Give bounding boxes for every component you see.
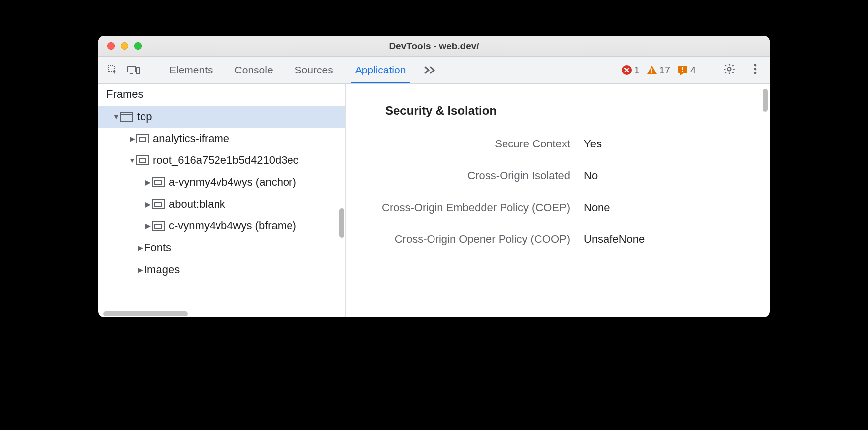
tab-console[interactable]: Console <box>224 57 284 83</box>
gear-icon <box>723 63 736 77</box>
detail-value: No <box>584 169 598 182</box>
traffic-lights <box>98 42 142 50</box>
tab-elements[interactable]: Elements <box>158 57 224 83</box>
chevron-down-icon[interactable]: ▼ <box>128 156 136 164</box>
settings-button[interactable] <box>720 61 739 79</box>
tree-label: root_616a752e1b5d4210d3ec <box>153 154 299 167</box>
svg-rect-17 <box>139 137 146 141</box>
svg-rect-9 <box>682 71 683 72</box>
chevron-right-icon[interactable]: ▶ <box>136 244 144 252</box>
svg-point-10 <box>728 68 731 71</box>
toolbar-divider <box>150 64 150 76</box>
frame-details-panel: Security & Isolation Secure Context Yes … <box>346 84 770 317</box>
tree-label: about:blank <box>169 198 225 211</box>
svg-rect-25 <box>155 224 162 228</box>
chevron-right-icon[interactable]: ▶ <box>136 266 144 274</box>
iframe-icon <box>152 221 165 231</box>
kebab-icon <box>753 63 757 77</box>
toolbar-right: 1 17 4 <box>621 61 765 79</box>
chevron-down-icon[interactable]: ▼ <box>112 113 120 121</box>
tree-label: c-vynmy4vb4wys (bframe) <box>169 219 296 232</box>
zoom-window-button[interactable] <box>134 42 142 50</box>
iframe-icon <box>152 177 165 187</box>
tree-label: Fonts <box>144 241 171 254</box>
chevron-right-icon[interactable]: ▶ <box>128 135 136 143</box>
toolbar-left <box>103 61 155 79</box>
device-toolbar-icon[interactable] <box>124 61 143 79</box>
minimize-window-button[interactable] <box>121 42 128 50</box>
details-divider <box>355 88 761 88</box>
issues-indicator[interactable]: 4 <box>677 65 696 76</box>
errors-indicator[interactable]: 1 <box>621 65 640 76</box>
tree-item-fonts[interactable]: ▶ Fonts <box>98 237 345 259</box>
detail-value: None <box>584 201 610 214</box>
svg-rect-24 <box>152 221 164 230</box>
tree-item-about-blank[interactable]: ▶ about:blank <box>98 193 345 215</box>
tab-sources[interactable]: Sources <box>284 57 344 83</box>
tree-label: a-vynmy4vb4wys (anchor) <box>169 176 296 189</box>
details-vertical-scrollbar[interactable] <box>763 89 768 112</box>
iframe-icon <box>152 199 165 209</box>
chevron-right-icon[interactable]: ▶ <box>144 222 152 230</box>
tree-item-analytics-iframe[interactable]: ▶ analytics-iframe <box>98 128 345 149</box>
warning-icon <box>647 65 657 75</box>
svg-rect-3 <box>136 68 140 74</box>
svg-rect-16 <box>137 134 148 143</box>
svg-rect-8 <box>682 67 683 70</box>
sidebar-horizontal-scrollbar[interactable] <box>103 311 188 316</box>
tree-item-bframe[interactable]: ▶ c-vynmy4vb4wys (bframe) <box>98 215 345 237</box>
details-heading: Security & Isolation <box>385 104 755 118</box>
svg-rect-21 <box>155 181 162 185</box>
tree-item-images[interactable]: ▶ Images <box>98 259 345 281</box>
detail-row: Cross-Origin Opener Policy (COOP) Unsafe… <box>346 233 755 246</box>
frame-icon <box>120 112 133 122</box>
tab-application[interactable]: Application <box>344 57 417 83</box>
close-window-button[interactable] <box>107 42 115 50</box>
sidebar-vertical-scrollbar[interactable] <box>339 208 344 238</box>
svg-rect-23 <box>155 203 162 207</box>
detail-value: UnsafeNone <box>584 233 645 246</box>
frames-tree: ▼ top ▶ analytics-iframe ▼ <box>98 106 345 317</box>
window-title: DevTools - web.dev/ <box>98 41 770 52</box>
tree-label: top <box>137 110 152 123</box>
chevron-right-icon[interactable]: ▶ <box>144 178 152 186</box>
chevron-right-icon[interactable]: ▶ <box>144 200 152 208</box>
inspect-element-icon[interactable] <box>103 61 122 79</box>
svg-rect-1 <box>128 66 136 72</box>
detail-label: Secure Context <box>346 138 584 150</box>
main-toolbar: Elements Console Sources Application 1 <box>98 57 770 84</box>
tree-item-anchor-iframe[interactable]: ▶ a-vynmy4vb4wys (anchor) <box>98 171 345 193</box>
issues-icon <box>677 65 688 75</box>
iframe-icon <box>136 155 149 165</box>
tree-item-top[interactable]: ▼ top <box>98 106 345 128</box>
svg-rect-20 <box>152 178 164 187</box>
svg-rect-6 <box>651 72 652 73</box>
detail-label: Cross-Origin Isolated <box>346 169 584 182</box>
content-area: Frames ▼ top ▶ analytics-iframe <box>98 84 770 317</box>
svg-point-12 <box>754 68 757 71</box>
detail-row: Secure Context Yes <box>346 138 755 150</box>
issues-count: 4 <box>690 65 696 76</box>
titlebar[interactable]: DevTools - web.dev/ <box>98 36 770 57</box>
tree-label: analytics-iframe <box>153 132 229 145</box>
toolbar-divider <box>708 64 708 76</box>
warnings-indicator[interactable]: 17 <box>647 65 670 76</box>
iframe-icon <box>136 134 149 143</box>
svg-point-13 <box>754 72 757 74</box>
devtools-window: DevTools - web.dev/ Elements Console <box>98 36 770 317</box>
detail-label: Cross-Origin Opener Policy (COOP) <box>346 233 584 246</box>
more-options-button[interactable] <box>746 61 765 79</box>
svg-point-11 <box>754 64 757 67</box>
frames-sidebar: Frames ▼ top ▶ analytics-iframe <box>98 84 346 317</box>
tree-item-root-iframe[interactable]: ▼ root_616a752e1b5d4210d3ec <box>98 149 345 171</box>
errors-count: 1 <box>634 65 640 76</box>
svg-rect-19 <box>139 159 146 163</box>
warnings-count: 17 <box>659 65 670 76</box>
detail-label: Cross-Origin Embedder Policy (COEP) <box>346 201 584 214</box>
more-tabs-button[interactable] <box>417 57 443 83</box>
svg-rect-5 <box>651 68 652 71</box>
sidebar-heading: Frames <box>98 84 345 106</box>
svg-rect-22 <box>152 200 164 209</box>
svg-rect-18 <box>137 156 148 165</box>
tree-label: Images <box>144 263 180 276</box>
